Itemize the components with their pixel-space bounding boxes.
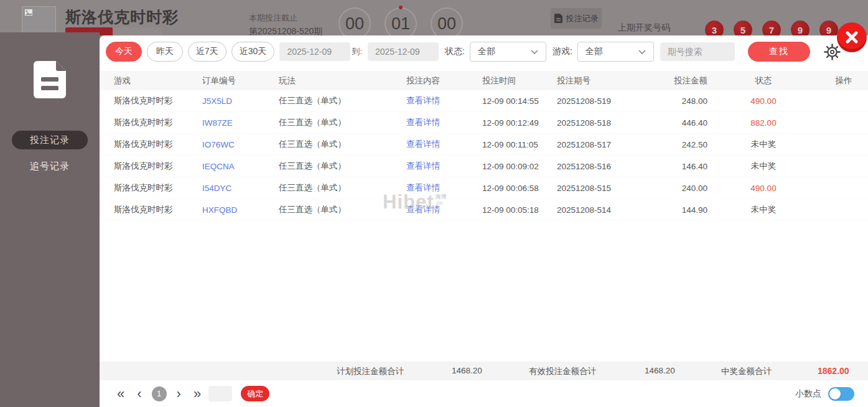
column-header: 订单编号 (202, 75, 279, 87)
table-row: 斯洛伐克时时彩IO76WC任三直选（单式）查看详情12-09 00:11:052… (100, 134, 868, 156)
cell-status: 未中奖 (707, 139, 819, 150)
cell-order-link[interactable]: I54DYC (202, 184, 279, 193)
cell-view-details-link[interactable]: 查看详情 (406, 117, 482, 128)
cell-game: 斯洛伐克时时彩 (114, 139, 202, 150)
broken-image-icon (24, 9, 34, 17)
cell-amount: 446.40 (666, 118, 707, 128)
countdown-circle: 00 (338, 7, 371, 35)
cell-play: 任三直选（单式） (279, 139, 406, 150)
cell-issue: 20251208-517 (557, 140, 666, 149)
page-jump-confirm-button[interactable]: 确定 (241, 386, 269, 401)
partial-grey-tab[interactable] (114, 27, 161, 35)
draw-number-ball: 3 (705, 21, 724, 35)
sidebar-item-bet-records[interactable]: 投注记录 (12, 131, 88, 149)
cell-issue: 20251208-515 (557, 184, 666, 193)
settings-button[interactable] (824, 44, 841, 60)
cell-time: 12-09 00:06:58 (482, 184, 557, 193)
cell-view-details-link[interactable]: 查看详情 (406, 95, 482, 106)
broken-image-placeholder (22, 6, 56, 35)
cell-amount: 248.00 (666, 96, 707, 106)
chevron-down-icon (531, 50, 538, 54)
cell-time: 12-09 00:05:18 (482, 205, 557, 215)
quick-filter-近7天[interactable]: 近7天 (188, 42, 226, 62)
column-header: 投注期号 (557, 75, 666, 87)
draw-number-ball: 9 (819, 21, 838, 35)
cell-game: 斯洛伐克时时彩 (114, 117, 202, 128)
next-page-button[interactable]: › (177, 387, 181, 401)
valid-total-label: 有效投注金额合计 (529, 366, 596, 377)
cell-view-details-link[interactable]: 查看详情 (406, 182, 482, 194)
bet-records-table: 游戏订单编号玩法投注内容投注时间投注期号投注金额状态操作 斯洛伐克时时彩J5X5… (100, 71, 868, 221)
cell-view-details-link[interactable]: 查看详情 (406, 161, 482, 172)
cell-order-link[interactable]: IO76WC (202, 140, 279, 149)
date-to-input[interactable] (368, 42, 439, 61)
page-title: 斯洛伐克时时彩 (65, 7, 179, 27)
cell-status: 490.00 (707, 96, 819, 106)
current-page-badge[interactable]: 1 (152, 386, 167, 401)
quick-filter-近30天[interactable]: 近30天 (231, 42, 275, 62)
quick-filter-昨天[interactable]: 昨天 (147, 42, 183, 62)
cell-order-link[interactable]: HXFQBD (202, 205, 279, 215)
cell-order-link[interactable]: J5X5LD (202, 96, 279, 106)
table-row: 斯洛伐克时时彩IW87ZE任三直选（单式）查看详情12-09 00:12:492… (100, 112, 868, 134)
cell-time: 12-09 00:11:05 (482, 140, 557, 149)
cell-status: 未中奖 (707, 161, 819, 172)
table-body: 斯洛伐克时时彩J5X5LD任三直选（单式）查看详情12-09 00:14:552… (100, 90, 868, 221)
filter-bar: 今天昨天近7天近30天 到: 状态: 全部 游戏: 全部 查找 (100, 41, 868, 62)
last-page-button[interactable]: » (194, 387, 201, 401)
chevron-down-icon (638, 50, 646, 54)
status-select-value: 全部 (478, 46, 495, 57)
document-icon (554, 14, 562, 23)
column-header: 操作 (819, 75, 868, 87)
status-filter-label: 状态: (445, 46, 465, 57)
game-select-value: 全部 (586, 46, 603, 57)
bet-record-button[interactable]: 投注记录 (551, 8, 602, 29)
game-filter-label: 游戏: (553, 46, 572, 57)
countdown-circle: 00 (431, 7, 463, 35)
cell-play: 任三直选（单式） (279, 117, 406, 128)
quick-filter-今天[interactable]: 今天 (106, 42, 142, 62)
game-select[interactable]: 全部 (577, 42, 654, 62)
plan-total-value: 1468.20 (452, 366, 482, 375)
first-page-button[interactable]: « (117, 387, 124, 401)
cell-order-link[interactable]: IW87ZE (202, 118, 279, 128)
cell-order-link[interactable]: IEQCNA (202, 162, 279, 171)
top-bar: 斯洛伐克时时彩 本期投注截止 第20251208-520期 000100 投注记… (0, 0, 868, 35)
decimal-toggle-switch[interactable] (828, 387, 854, 401)
sidebar-item-label: 投注记录 (30, 134, 70, 146)
cell-issue: 20251208-518 (557, 118, 666, 128)
table-row: 斯洛伐克时时彩IEQCNA任三直选（单式）查看详情12-09 00:09:022… (100, 156, 868, 177)
sidebar-item-label: 追号记录 (30, 161, 70, 172)
cell-view-details-link[interactable]: 查看详情 (406, 204, 482, 215)
gear-icon (824, 44, 841, 60)
cell-status: 490.00 (707, 184, 819, 193)
current-issue-label: 第20251208-520期 (249, 26, 322, 35)
column-header: 状态 (707, 75, 819, 87)
column-header: 投注内容 (406, 75, 482, 87)
table-row: 斯洛伐克时时彩J5X5LD任三直选（单式）查看详情12-09 00:14:552… (100, 90, 868, 112)
table-header-row: 游戏订单编号玩法投注内容投注时间投注期号投注金额状态操作 (100, 71, 868, 90)
draw-number-ball: 5 (734, 21, 752, 35)
sidebar-item-chase-records[interactable]: 追号记录 (12, 157, 88, 175)
cell-view-details-link[interactable]: 查看详情 (406, 139, 482, 150)
cell-play: 任三直选（单式） (279, 95, 406, 106)
date-from-input[interactable] (279, 42, 350, 61)
date-to-label: 到: (352, 46, 362, 57)
table-row: 斯洛伐克时时彩HXFQBD任三直选（单式）查看详情12-09 00:05:182… (100, 199, 868, 221)
plan-total-label: 计划投注金额合计 (337, 366, 404, 377)
cell-game: 斯洛伐克时时彩 (114, 204, 202, 215)
page-jump-input[interactable] (208, 386, 232, 401)
cell-issue: 20251208-514 (557, 205, 666, 215)
cell-amount: 146.40 (666, 162, 707, 171)
prev-page-button[interactable]: ‹ (137, 387, 141, 401)
modal-close-button[interactable] (837, 22, 867, 52)
status-select[interactable]: 全部 (470, 42, 546, 62)
issue-search-input[interactable] (660, 42, 735, 61)
column-header: 游戏 (114, 75, 202, 87)
cell-amount: 240.00 (666, 184, 707, 193)
cell-game: 斯洛伐克时时彩 (114, 95, 202, 106)
decimal-toggle-label: 小数点 (795, 388, 821, 400)
win-total-label: 中奖金额合计 (721, 366, 772, 377)
toggle-knob (829, 388, 841, 400)
search-button[interactable]: 查找 (748, 42, 810, 62)
